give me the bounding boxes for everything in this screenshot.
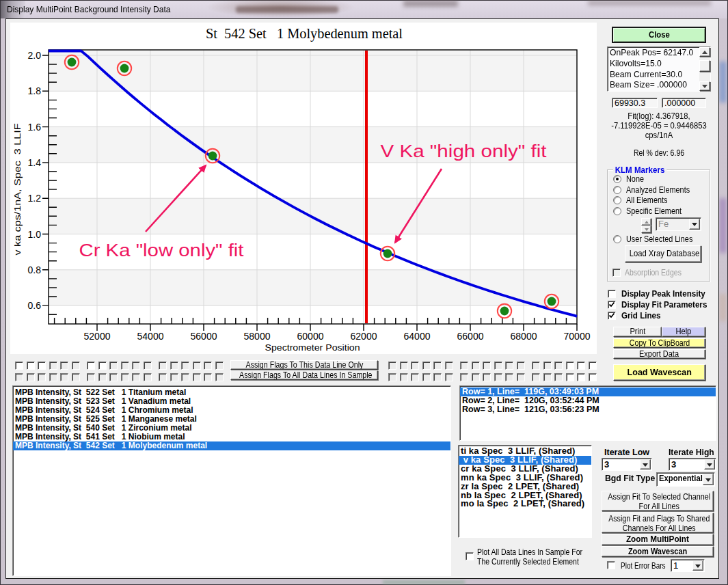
svg-text:1.0: 1.0: [28, 229, 42, 240]
svg-text:60000: 60000: [297, 331, 324, 342]
svg-text:1.6: 1.6: [28, 122, 42, 133]
svg-text:1.8: 1.8: [28, 85, 42, 96]
svg-text:v ka cps/1nA, Spec 3 LLIF: v ka cps/1nA, Spec 3 LLIF: [12, 123, 23, 255]
svg-text:52000: 52000: [84, 331, 111, 342]
svg-text:Cr Ka "low only" fit: Cr Ka "low only" fit: [79, 240, 245, 260]
svg-text:V Ka "high only" fit: V Ka "high only" fit: [381, 141, 548, 161]
svg-text:70000: 70000: [564, 331, 591, 342]
svg-text:St 542 Set 1 Molybedenum me: St 542 Set 1 Molybedenum metal: [206, 26, 403, 42]
svg-text:Spectrometer Position: Spectrometer Position: [265, 342, 360, 353]
svg-text:68000: 68000: [511, 331, 537, 342]
svg-text:2.0: 2.0: [28, 50, 42, 61]
svg-text:1.4: 1.4: [28, 157, 42, 168]
svg-text:1.2: 1.2: [28, 193, 42, 204]
svg-text:54000: 54000: [137, 331, 164, 342]
svg-text:62000: 62000: [351, 331, 377, 342]
svg-text:56000: 56000: [191, 331, 217, 342]
svg-text:0.6: 0.6: [28, 300, 42, 311]
svg-text:64000: 64000: [404, 331, 431, 342]
svg-text:58000: 58000: [244, 331, 271, 342]
svg-text:66000: 66000: [457, 331, 484, 342]
svg-text:0.8: 0.8: [28, 264, 42, 275]
